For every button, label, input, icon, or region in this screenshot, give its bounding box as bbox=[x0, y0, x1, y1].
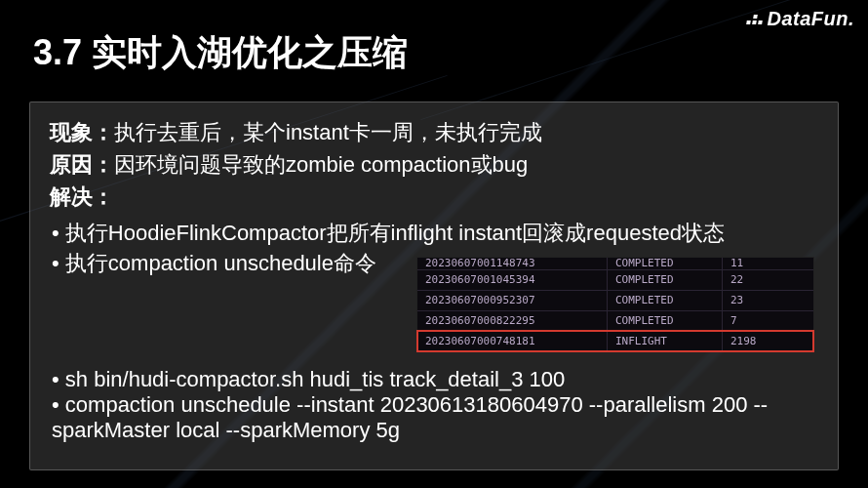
phenomenon-text: 执行去重后，某个instant卡一周，未执行完成 bbox=[114, 120, 542, 144]
cause-text: 因环境问题导致的zombie compaction或bug bbox=[114, 152, 528, 177]
slide-title: 3.7 实时入湖优化之压缩 bbox=[33, 29, 408, 77]
cell-status: COMPLETED bbox=[608, 258, 723, 269]
cell-instant: 20230607000822295 bbox=[417, 311, 608, 331]
command-list: sh bin/hudi-compactor.sh hudi_tis track_… bbox=[50, 367, 818, 443]
cell-instant: 20230607000748181 bbox=[417, 332, 608, 351]
brand-text: DataFun. bbox=[767, 8, 854, 30]
brand-logo-icon bbox=[747, 15, 765, 24]
cell-count: 2198 bbox=[723, 332, 813, 351]
cell-instant: 20230607001045394 bbox=[417, 270, 608, 290]
table-row: 20230607001045394 COMPLETED 22 bbox=[417, 269, 813, 290]
cause-label: 原因： bbox=[50, 152, 114, 177]
instant-status-table: 20230607001148743 COMPLETED 11 202306070… bbox=[416, 257, 814, 352]
bullet-item: 执行HoodieFlinkCompactor把所有inflight instan… bbox=[50, 219, 818, 249]
phenomenon-row: 现象：执行去重后，某个instant卡一周，未执行完成 bbox=[50, 116, 818, 148]
cause-row: 原因：因环境问题导致的zombie compaction或bug bbox=[50, 148, 818, 181]
cell-status: COMPLETED bbox=[608, 270, 723, 290]
cell-instant: 20230607001148743 bbox=[417, 258, 608, 269]
table-row: 20230607000952307 COMPLETED 23 bbox=[417, 290, 813, 310]
cell-status: COMPLETED bbox=[608, 291, 723, 310]
content-panel: 现象：执行去重后，某个instant卡一周，未执行完成 原因：因环境问题导致的z… bbox=[29, 102, 839, 470]
cell-count: 7 bbox=[723, 311, 813, 331]
table-row: 20230607001148743 COMPLETED 11 bbox=[417, 258, 813, 269]
solution-row: 解决： bbox=[50, 181, 818, 213]
command-item: sh bin/hudi-compactor.sh hudi_tis track_… bbox=[50, 367, 818, 392]
cell-count: 11 bbox=[723, 258, 813, 269]
phenomenon-label: 现象： bbox=[50, 120, 114, 144]
command-item: compaction unschedule --instant 20230613… bbox=[50, 392, 818, 443]
brand-logo: DataFun. bbox=[747, 8, 854, 30]
cell-count: 23 bbox=[723, 291, 813, 310]
cell-instant: 20230607000952307 bbox=[417, 291, 608, 310]
table-row-highlighted: 20230607000748181 INFLIGHT 2198 bbox=[417, 331, 813, 351]
table-row: 20230607000822295 COMPLETED 7 bbox=[417, 310, 813, 331]
solution-label: 解决： bbox=[50, 184, 114, 209]
cell-status: COMPLETED bbox=[608, 311, 723, 331]
cell-status: INFLIGHT bbox=[608, 332, 723, 351]
cell-count: 22 bbox=[723, 270, 813, 290]
